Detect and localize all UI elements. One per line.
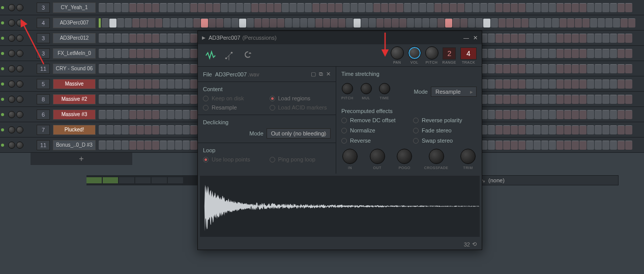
step-button[interactable] [587,125,594,134]
step-button[interactable] [183,110,190,119]
step-button[interactable] [216,18,223,28]
step-button[interactable] [376,18,384,28]
step-button[interactable] [389,3,396,12]
step-button[interactable] [526,34,533,43]
channel-pan-knob[interactable] [8,50,15,57]
pan-knob[interactable]: PAN [391,46,404,64]
step-button[interactable] [183,34,190,43]
step-button[interactable] [549,34,556,43]
step-button[interactable] [495,110,503,119]
step-button[interactable] [564,110,571,119]
step-button[interactable] [106,141,113,150]
step-button[interactable] [567,18,574,28]
step-button[interactable] [140,18,147,28]
step-button[interactable] [236,3,243,12]
step-button[interactable] [564,79,571,89]
reverse-polarity-radio[interactable]: Reverse polarity [413,117,477,123]
step-button[interactable] [625,49,632,58]
step-button[interactable] [106,3,113,12]
step-button[interactable] [412,3,419,12]
step-button[interactable] [625,125,632,134]
step-button[interactable] [175,49,182,58]
step-button[interactable] [499,18,506,28]
step-button[interactable] [453,18,460,28]
ts-mul-knob[interactable]: MUL [361,83,372,100]
step-button[interactable] [122,110,129,119]
step-button[interactable] [152,64,159,73]
channel-vol-knob[interactable] [16,96,23,103]
step-button[interactable] [518,79,525,89]
step-button[interactable] [122,64,129,73]
step-button[interactable] [114,3,121,12]
step-button[interactable] [254,18,261,28]
ruler-segment[interactable] [135,177,151,183]
step-button[interactable] [618,79,625,89]
step-button[interactable] [587,141,594,150]
channel-number[interactable]: 3 [37,48,50,59]
step-button[interactable] [213,3,220,12]
step-button[interactable] [579,125,587,134]
step-button[interactable] [175,64,182,73]
step-button[interactable] [557,79,564,89]
browse-icon[interactable]: ⧉ [319,71,323,77]
step-button[interactable] [602,95,609,104]
channel-led[interactable] [1,83,4,86]
step-button[interactable] [610,3,617,12]
step-button[interactable] [407,18,414,28]
step-button[interactable] [247,18,254,28]
step-button[interactable] [137,110,144,119]
step-button[interactable] [557,125,564,134]
step-button[interactable] [129,49,136,58]
step-button[interactable] [541,141,548,150]
step-button[interactable] [160,79,167,89]
step-button[interactable] [598,18,605,28]
step-button[interactable] [99,95,106,104]
step-button[interactable] [175,125,182,134]
step-button[interactable] [315,18,323,28]
step-button[interactable] [511,125,518,134]
repeat-icon[interactable]: ⟲ [472,241,477,248]
step-button[interactable] [605,18,612,28]
step-button[interactable] [152,3,159,12]
step-button[interactable] [160,110,167,119]
step-button[interactable] [541,110,548,119]
channel-vol-knob[interactable] [16,65,23,72]
step-button[interactable] [579,79,587,89]
step-button[interactable] [503,3,510,12]
add-channel-button[interactable]: + [31,153,132,165]
channel-name-button[interactable]: Bonus_..0_D #3 [53,140,96,150]
step-button[interactable] [495,64,503,73]
step-button[interactable] [618,34,625,43]
step-button[interactable] [231,18,239,28]
step-button[interactable] [549,64,556,73]
step-button[interactable] [618,141,625,150]
step-button[interactable] [175,3,182,12]
step-button[interactable] [445,18,452,28]
step-button[interactable] [270,18,277,28]
step-button[interactable] [602,49,609,58]
step-button[interactable] [572,125,579,134]
step-button[interactable] [102,18,109,28]
step-button[interactable] [144,141,152,150]
channel-vol-knob[interactable] [16,19,23,26]
step-button[interactable] [511,79,518,89]
step-button[interactable] [460,18,467,28]
step-sequencer[interactable] [102,18,644,28]
step-button[interactable] [613,18,620,28]
step-button[interactable] [343,3,350,12]
step-button[interactable] [579,95,587,104]
channel-name-button[interactable]: Massive [53,79,96,89]
step-button[interactable] [595,95,602,104]
step-button[interactable] [175,141,182,150]
step-button[interactable] [534,79,541,89]
step-button[interactable] [308,18,315,28]
step-button[interactable] [549,49,556,58]
step-button[interactable] [518,3,525,12]
step-button[interactable] [595,64,602,73]
channel-led[interactable] [1,113,4,116]
channel-led[interactable] [1,67,4,70]
step-button[interactable] [483,18,490,28]
step-button[interactable] [137,95,144,104]
step-button[interactable] [354,18,361,28]
step-button[interactable] [129,34,136,43]
